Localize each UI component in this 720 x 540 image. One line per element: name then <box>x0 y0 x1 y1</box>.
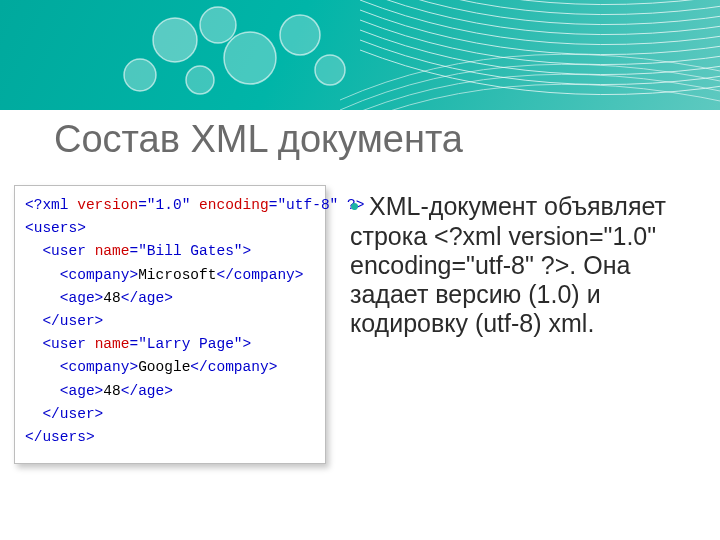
xml-code-example: <?xml version="1.0" encoding="utf-8" ?> … <box>14 185 326 464</box>
slide-body: XML-документ объявляет строка <?xml vers… <box>350 185 706 464</box>
slide-title: Состав XML документа <box>54 118 463 161</box>
bullet-item: XML-документ объявляет строка <?xml vers… <box>350 191 692 338</box>
bullet-text: XML-документ объявляет строка <?xml vers… <box>350 192 666 337</box>
decorative-banner <box>0 0 720 110</box>
banner-pattern <box>0 0 720 110</box>
